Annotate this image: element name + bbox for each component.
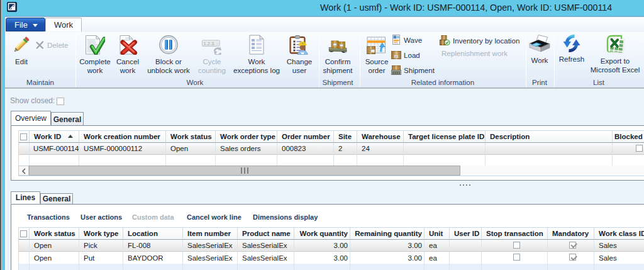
svg-text:1.2.3.: 1.2.3.	[204, 41, 216, 47]
